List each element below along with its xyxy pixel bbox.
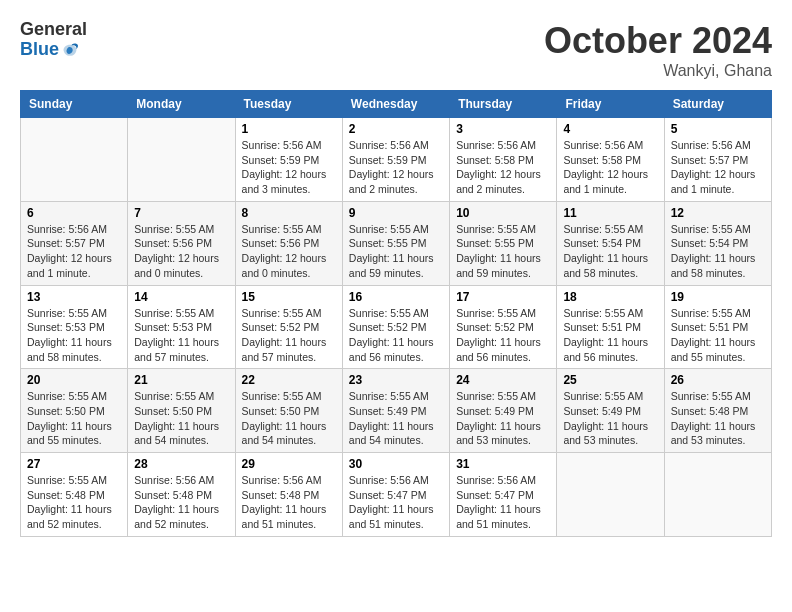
sunset-text: Sunset: 5:55 PM xyxy=(349,236,443,251)
sunrise-text: Sunrise: 5:55 AM xyxy=(134,222,228,237)
day-number: 4 xyxy=(563,122,657,136)
sunrise-text: Sunrise: 5:55 AM xyxy=(563,222,657,237)
day-info: Sunrise: 5:55 AMSunset: 5:55 PMDaylight:… xyxy=(456,222,550,281)
daylight-text: Daylight: 11 hours and 58 minutes. xyxy=(563,251,657,280)
table-row: 14Sunrise: 5:55 AMSunset: 5:53 PMDayligh… xyxy=(128,285,235,369)
daylight-text: Daylight: 11 hours and 51 minutes. xyxy=(242,502,336,531)
day-info: Sunrise: 5:55 AMSunset: 5:53 PMDaylight:… xyxy=(27,306,121,365)
calendar-header-row: Sunday Monday Tuesday Wednesday Thursday… xyxy=(21,91,772,118)
day-info: Sunrise: 5:55 AMSunset: 5:50 PMDaylight:… xyxy=(27,389,121,448)
table-row: 9Sunrise: 5:55 AMSunset: 5:55 PMDaylight… xyxy=(342,201,449,285)
sunset-text: Sunset: 5:58 PM xyxy=(456,153,550,168)
table-row: 10Sunrise: 5:55 AMSunset: 5:55 PMDayligh… xyxy=(450,201,557,285)
sunrise-text: Sunrise: 5:56 AM xyxy=(242,138,336,153)
sunrise-text: Sunrise: 5:55 AM xyxy=(456,389,550,404)
day-info: Sunrise: 5:55 AMSunset: 5:51 PMDaylight:… xyxy=(671,306,765,365)
day-info: Sunrise: 5:55 AMSunset: 5:55 PMDaylight:… xyxy=(349,222,443,281)
sunrise-text: Sunrise: 5:55 AM xyxy=(563,306,657,321)
day-info: Sunrise: 5:55 AMSunset: 5:49 PMDaylight:… xyxy=(563,389,657,448)
day-number: 6 xyxy=(27,206,121,220)
day-info: Sunrise: 5:55 AMSunset: 5:50 PMDaylight:… xyxy=(242,389,336,448)
table-row: 5Sunrise: 5:56 AMSunset: 5:57 PMDaylight… xyxy=(664,118,771,202)
table-row: 12Sunrise: 5:55 AMSunset: 5:54 PMDayligh… xyxy=(664,201,771,285)
daylight-text: Daylight: 12 hours and 2 minutes. xyxy=(349,167,443,196)
sunset-text: Sunset: 5:49 PM xyxy=(563,404,657,419)
table-row: 20Sunrise: 5:55 AMSunset: 5:50 PMDayligh… xyxy=(21,369,128,453)
table-row: 4Sunrise: 5:56 AMSunset: 5:58 PMDaylight… xyxy=(557,118,664,202)
table-row: 17Sunrise: 5:55 AMSunset: 5:52 PMDayligh… xyxy=(450,285,557,369)
day-number: 2 xyxy=(349,122,443,136)
col-monday: Monday xyxy=(128,91,235,118)
day-number: 26 xyxy=(671,373,765,387)
day-number: 18 xyxy=(563,290,657,304)
table-row xyxy=(128,118,235,202)
sunset-text: Sunset: 5:48 PM xyxy=(27,488,121,503)
table-row: 29Sunrise: 5:56 AMSunset: 5:48 PMDayligh… xyxy=(235,453,342,537)
table-row: 7Sunrise: 5:55 AMSunset: 5:56 PMDaylight… xyxy=(128,201,235,285)
day-number: 3 xyxy=(456,122,550,136)
logo-text: General Blue xyxy=(20,20,87,60)
sunrise-text: Sunrise: 5:55 AM xyxy=(456,222,550,237)
daylight-text: Daylight: 11 hours and 51 minutes. xyxy=(349,502,443,531)
day-number: 30 xyxy=(349,457,443,471)
sunrise-text: Sunrise: 5:55 AM xyxy=(27,306,121,321)
sunrise-text: Sunrise: 5:55 AM xyxy=(242,222,336,237)
daylight-text: Daylight: 11 hours and 59 minutes. xyxy=(456,251,550,280)
calendar-week-5: 27Sunrise: 5:55 AMSunset: 5:48 PMDayligh… xyxy=(21,453,772,537)
table-row: 23Sunrise: 5:55 AMSunset: 5:49 PMDayligh… xyxy=(342,369,449,453)
day-info: Sunrise: 5:56 AMSunset: 5:47 PMDaylight:… xyxy=(349,473,443,532)
day-info: Sunrise: 5:56 AMSunset: 5:57 PMDaylight:… xyxy=(671,138,765,197)
daylight-text: Daylight: 12 hours and 0 minutes. xyxy=(242,251,336,280)
sunset-text: Sunset: 5:50 PM xyxy=(134,404,228,419)
sunset-text: Sunset: 5:52 PM xyxy=(456,320,550,335)
table-row: 22Sunrise: 5:55 AMSunset: 5:50 PMDayligh… xyxy=(235,369,342,453)
table-row: 31Sunrise: 5:56 AMSunset: 5:47 PMDayligh… xyxy=(450,453,557,537)
day-number: 20 xyxy=(27,373,121,387)
daylight-text: Daylight: 11 hours and 52 minutes. xyxy=(134,502,228,531)
sunset-text: Sunset: 5:51 PM xyxy=(671,320,765,335)
daylight-text: Daylight: 11 hours and 54 minutes. xyxy=(349,419,443,448)
day-number: 25 xyxy=(563,373,657,387)
day-info: Sunrise: 5:55 AMSunset: 5:48 PMDaylight:… xyxy=(27,473,121,532)
calendar-week-4: 20Sunrise: 5:55 AMSunset: 5:50 PMDayligh… xyxy=(21,369,772,453)
sunset-text: Sunset: 5:48 PM xyxy=(242,488,336,503)
sunrise-text: Sunrise: 5:55 AM xyxy=(671,389,765,404)
sunrise-text: Sunrise: 5:56 AM xyxy=(456,473,550,488)
day-number: 14 xyxy=(134,290,228,304)
table-row: 15Sunrise: 5:55 AMSunset: 5:52 PMDayligh… xyxy=(235,285,342,369)
col-friday: Friday xyxy=(557,91,664,118)
daylight-text: Daylight: 11 hours and 59 minutes. xyxy=(349,251,443,280)
table-row xyxy=(21,118,128,202)
table-row: 1Sunrise: 5:56 AMSunset: 5:59 PMDaylight… xyxy=(235,118,342,202)
day-number: 22 xyxy=(242,373,336,387)
day-number: 31 xyxy=(456,457,550,471)
sunrise-text: Sunrise: 5:55 AM xyxy=(349,222,443,237)
daylight-text: Daylight: 12 hours and 1 minute. xyxy=(671,167,765,196)
day-info: Sunrise: 5:55 AMSunset: 5:52 PMDaylight:… xyxy=(456,306,550,365)
daylight-text: Daylight: 11 hours and 55 minutes. xyxy=(27,419,121,448)
day-number: 19 xyxy=(671,290,765,304)
day-info: Sunrise: 5:55 AMSunset: 5:54 PMDaylight:… xyxy=(671,222,765,281)
sunset-text: Sunset: 5:58 PM xyxy=(563,153,657,168)
day-info: Sunrise: 5:56 AMSunset: 5:58 PMDaylight:… xyxy=(563,138,657,197)
day-number: 8 xyxy=(242,206,336,220)
table-row: 3Sunrise: 5:56 AMSunset: 5:58 PMDaylight… xyxy=(450,118,557,202)
sunrise-text: Sunrise: 5:55 AM xyxy=(349,389,443,404)
day-info: Sunrise: 5:55 AMSunset: 5:52 PMDaylight:… xyxy=(349,306,443,365)
sunrise-text: Sunrise: 5:55 AM xyxy=(349,306,443,321)
day-number: 1 xyxy=(242,122,336,136)
col-saturday: Saturday xyxy=(664,91,771,118)
sunset-text: Sunset: 5:48 PM xyxy=(134,488,228,503)
day-number: 27 xyxy=(27,457,121,471)
table-row: 26Sunrise: 5:55 AMSunset: 5:48 PMDayligh… xyxy=(664,369,771,453)
table-row: 19Sunrise: 5:55 AMSunset: 5:51 PMDayligh… xyxy=(664,285,771,369)
daylight-text: Daylight: 11 hours and 51 minutes. xyxy=(456,502,550,531)
table-row xyxy=(664,453,771,537)
sunrise-text: Sunrise: 5:56 AM xyxy=(671,138,765,153)
sunrise-text: Sunrise: 5:55 AM xyxy=(134,389,228,404)
daylight-text: Daylight: 11 hours and 56 minutes. xyxy=(349,335,443,364)
table-row: 6Sunrise: 5:56 AMSunset: 5:57 PMDaylight… xyxy=(21,201,128,285)
daylight-text: Daylight: 12 hours and 1 minute. xyxy=(27,251,121,280)
sunrise-text: Sunrise: 5:56 AM xyxy=(134,473,228,488)
day-number: 16 xyxy=(349,290,443,304)
